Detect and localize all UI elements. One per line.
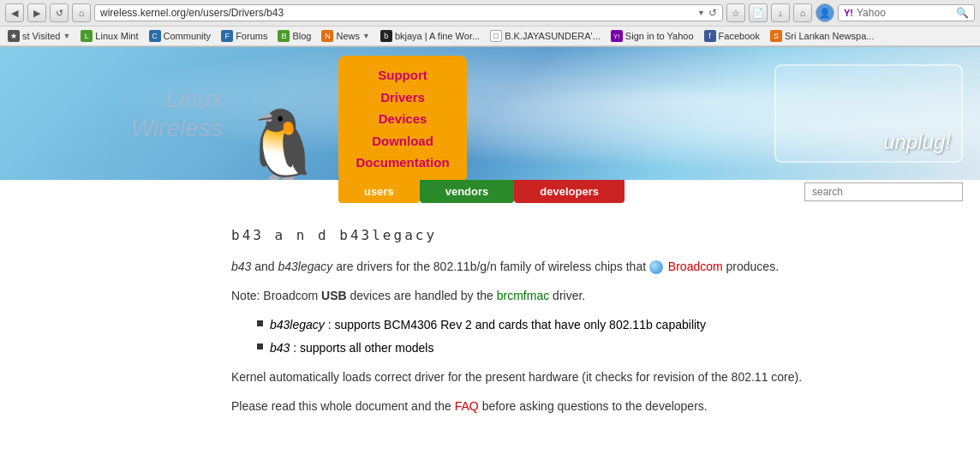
- blog-bookmark[interactable]: B Blog: [275, 29, 314, 43]
- bkjayasundera-icon: □: [490, 30, 502, 42]
- yahoo-icon: Y!: [844, 8, 853, 18]
- sri-lankan-icon: S: [770, 30, 782, 42]
- news-label: News: [336, 31, 360, 41]
- bkjayasundera-bookmark[interactable]: □ B.K.JAYASUNDERA'...: [487, 29, 603, 43]
- blog-label: Blog: [292, 31, 311, 41]
- usb-text-2: devices are handled by the: [350, 289, 497, 302]
- list-item: b43legacy : supports BCM4306 Rev 2 and c…: [257, 316, 805, 334]
- page: Linux Wireless 🐧 Support Drivers Devices…: [0, 47, 980, 444]
- nav-drivers-link[interactable]: Drivers: [356, 87, 450, 109]
- yahoo-signin-label: Sign in to Yahoo: [625, 31, 694, 41]
- bullet-icon: [257, 344, 263, 350]
- linux-mint-bookmark[interactable]: L Linux Mint: [78, 29, 140, 43]
- browser-chrome: ◀ ▶ ↺ ⌂ wireless.kernel.org/en/users/Dri…: [0, 0, 980, 47]
- nav-download-link[interactable]: Download: [356, 130, 450, 152]
- tux-area: 🐧: [227, 47, 338, 180]
- bullet-icon: [257, 320, 263, 326]
- search-icon[interactable]: 🔍: [956, 7, 969, 19]
- community-icon: C: [149, 30, 161, 42]
- globe-icon: [649, 260, 663, 274]
- nav-bar: ◀ ▶ ↺ ⌂ wireless.kernel.org/en/users/Dri…: [0, 0, 980, 27]
- usb-bold: USB: [321, 289, 347, 302]
- home-button[interactable]: ⌂: [72, 3, 91, 22]
- developers-nav-button[interactable]: developers: [514, 180, 624, 203]
- main-content: b43 a n d b43legacy b43 and b43legacy ar…: [0, 203, 840, 444]
- header-search-box[interactable]: [804, 182, 963, 201]
- refresh-icon[interactable]: ↺: [708, 7, 717, 19]
- bullet-2-desc: : supports all other models: [293, 341, 433, 355]
- logo-area: Linux Wireless: [0, 47, 231, 180]
- bullet-2-text: b43 : supports all other models: [270, 339, 433, 357]
- star-button[interactable]: ☆: [726, 3, 745, 22]
- users-nav-button[interactable]: users: [338, 180, 420, 203]
- unplug-box: unplug!: [774, 64, 963, 163]
- intro-text-2: are drivers for the 802.11b/g/n family o…: [336, 260, 649, 273]
- intro-text-1: and: [254, 260, 278, 273]
- forums-icon: F: [221, 30, 233, 42]
- search-text: Yahoo: [857, 7, 953, 19]
- b43-italic: b43: [231, 260, 251, 273]
- note-text: Note: Broadcom: [231, 289, 321, 302]
- facebook-icon: f: [704, 30, 716, 42]
- download-button[interactable]: ↓: [771, 3, 790, 22]
- reload-button[interactable]: ↺: [50, 3, 69, 22]
- nav-support-link[interactable]: Support: [356, 64, 450, 87]
- faq-paragraph: Please read this whole document and the …: [231, 397, 805, 415]
- intro-paragraph: b43 and b43legacy are drivers for the 80…: [231, 257, 805, 276]
- broadcom-link[interactable]: Broadcom: [668, 260, 723, 273]
- b43legacy-bullet-italic: b43legacy: [270, 318, 325, 332]
- sri-lankan-label: Sri Lankan Newspa...: [785, 31, 875, 41]
- facebook-label: Facebook: [719, 31, 760, 41]
- page-title: b43 a n d b43legacy: [231, 227, 805, 243]
- yahoo-signin-icon: Y!: [611, 30, 623, 42]
- most-visited-bookmark[interactable]: ★ st Visited ▼: [5, 29, 73, 43]
- nav-documentation-link[interactable]: Documentation: [356, 152, 450, 174]
- sub-nav-bar: users vendors developers: [0, 180, 980, 203]
- news-bookmark[interactable]: N News ▼: [319, 29, 372, 43]
- bkjaya-label: bkjaya | A fine Wor...: [395, 31, 480, 41]
- bullet-1-desc: : supports BCM4306 Rev 2 and cards that …: [328, 318, 706, 332]
- chevron-down-icon: ▼: [63, 32, 70, 40]
- community-bookmark[interactable]: C Community: [146, 29, 214, 43]
- kernel-paragraph: Kernel automatically loads correct drive…: [231, 367, 805, 386]
- list-item: b43 : supports all other models: [257, 339, 805, 357]
- usb-text-3: driver.: [553, 289, 585, 302]
- unplug-text: unplug!: [883, 130, 951, 154]
- usb-paragraph: Note: Broadcom USB devices are handled b…: [231, 286, 805, 305]
- forward-button[interactable]: ▶: [27, 3, 46, 22]
- feature-list: b43legacy : supports BCM4306 Rev 2 and c…: [257, 316, 805, 357]
- most-visited-icon: ★: [8, 30, 20, 42]
- brcmfmac-link[interactable]: brcmfmac: [497, 289, 549, 302]
- bookmark-button[interactable]: 📄: [749, 3, 768, 22]
- bookmarks-bar: ★ st Visited ▼ L Linux Mint C Community …: [0, 27, 980, 46]
- nav-menu-box: Support Drivers Devices Download Documen…: [338, 56, 467, 180]
- faq-link[interactable]: FAQ: [455, 399, 479, 413]
- bkjayasundera-label: B.K.JAYASUNDERA'...: [505, 31, 601, 41]
- nav-devices-link[interactable]: Devices: [356, 108, 450, 130]
- facebook-bookmark[interactable]: f Facebook: [702, 29, 762, 43]
- linux-mint-icon: L: [81, 30, 93, 42]
- address-bar[interactable]: wireless.kernel.org/en/users/Drivers/b43…: [94, 4, 723, 21]
- home2-button[interactable]: ⌂: [793, 3, 812, 22]
- blog-icon: B: [278, 30, 290, 42]
- forums-label: Forums: [236, 31, 267, 41]
- forums-bookmark[interactable]: F Forums: [218, 29, 270, 43]
- most-visited-label: st Visited: [22, 31, 60, 41]
- vendors-nav-button[interactable]: vendors: [420, 180, 515, 203]
- b43legacy-italic: b43legacy: [278, 260, 333, 273]
- profile-button[interactable]: 👤: [816, 3, 834, 22]
- yahoo-signin-bookmark[interactable]: Y! Sign in to Yahoo: [608, 29, 696, 43]
- community-label: Community: [164, 31, 212, 41]
- header-search-input[interactable]: [804, 182, 963, 201]
- intro-text-3: produces.: [726, 260, 779, 273]
- bkjaya-icon: b: [380, 30, 392, 42]
- b43-bullet-italic: b43: [270, 341, 290, 355]
- faq-text-before: Please read this whole document and the: [231, 399, 455, 413]
- bkjaya-bookmark[interactable]: b bkjaya | A fine Wor...: [378, 29, 482, 43]
- sri-lankan-bookmark[interactable]: S Sri Lankan Newspa...: [768, 29, 877, 43]
- logo-wireless: Wireless: [131, 114, 223, 143]
- back-button[interactable]: ◀: [5, 3, 24, 22]
- site-logo: Linux Wireless: [131, 85, 223, 142]
- search-bar[interactable]: Y! Yahoo 🔍: [838, 4, 975, 21]
- site-header: Linux Wireless 🐧 Support Drivers Devices…: [0, 47, 980, 180]
